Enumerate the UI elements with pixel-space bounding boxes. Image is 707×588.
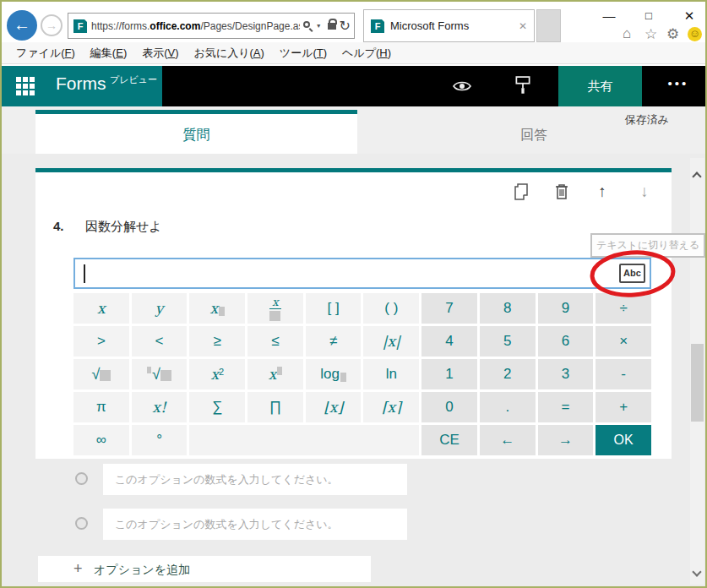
tab-questions-label: 質問	[35, 127, 357, 144]
key-x[interactable]: x	[73, 293, 129, 324]
search-icon[interactable]	[303, 21, 313, 31]
scroll-down-icon[interactable]	[692, 567, 701, 576]
add-option-row[interactable]: + オプションを追加	[38, 556, 371, 582]
key-divide[interactable]: ÷	[596, 293, 651, 324]
copy-question-icon[interactable]	[512, 182, 530, 201]
menu-bar: ファイル(F)編集(E)表示(V)お気に入り(A)ツール(T)ヘルプ(H)	[2, 42, 705, 64]
key-parentheses[interactable]: ( )	[363, 293, 419, 324]
radio-option-1[interactable]	[75, 472, 88, 485]
key-floor[interactable]: ⌊x⌋	[306, 392, 362, 422]
waffle-app-launcher-icon[interactable]	[16, 77, 35, 95]
tab-close-icon[interactable]: ✕	[519, 20, 527, 32]
equation-input-option-2[interactable]: このオプションの数式を入力してください。	[103, 509, 407, 540]
theme-paint-icon[interactable]	[515, 76, 530, 96]
key-not-equal[interactable]: ≠	[306, 326, 362, 357]
key-greater-than[interactable]: >	[73, 326, 129, 357]
key-fraction[interactable]: x	[247, 293, 303, 324]
refresh-icon[interactable]: ↻	[340, 18, 351, 34]
menu-item[interactable]: 編集(E)	[83, 46, 134, 61]
key-subscript[interactable]: x	[189, 293, 245, 324]
placeholder-box	[269, 311, 280, 321]
key-decimal-point[interactable]: .	[480, 392, 536, 422]
key-2[interactable]: 2	[480, 359, 536, 389]
key-equals[interactable]: =	[538, 392, 594, 422]
placeholder-box	[277, 367, 282, 375]
key-9[interactable]: 9	[538, 293, 594, 324]
key-1[interactable]: 1	[421, 359, 477, 389]
equation-input-option-1[interactable]: このオプションの数式を入力してください。	[103, 464, 407, 495]
preview-eye-icon[interactable]	[452, 78, 472, 95]
new-tab-button[interactable]	[536, 9, 561, 42]
key-sum[interactable]: ∑	[189, 392, 245, 422]
tab-responses[interactable]: 回答	[441, 127, 627, 144]
key-clear-entry[interactable]: CE	[421, 425, 477, 455]
key-4[interactable]: 4	[421, 326, 477, 357]
tab-questions[interactable]: 質問	[35, 110, 357, 154]
radio-option-2[interactable]	[75, 517, 88, 530]
key-multiply[interactable]: ×	[596, 326, 651, 357]
menu-item[interactable]: お気に入り(A)	[187, 46, 272, 61]
key-greater-equal[interactable]: ≥	[189, 326, 245, 357]
question-number: 4.	[53, 219, 64, 233]
key-3[interactable]: 3	[538, 359, 594, 389]
key-factorial[interactable]: x!	[132, 392, 188, 422]
add-option-label: オプションを追加	[94, 563, 190, 578]
key-y[interactable]: y	[132, 293, 188, 324]
home-icon[interactable]: ⌂	[623, 25, 631, 42]
address-bar[interactable]: F https://forms.office.com/Pages/DesignP…	[68, 13, 355, 39]
key-x-squared[interactable]: x2	[189, 359, 245, 389]
abc-switch-button[interactable]: Abc	[619, 264, 645, 283]
gear-settings-icon[interactable]: ⚙	[666, 25, 679, 43]
key-infinity[interactable]: ∞	[73, 425, 129, 455]
more-options-button[interactable]: •••	[656, 66, 700, 106]
move-up-icon[interactable]: ↑	[593, 182, 612, 201]
key-less-than[interactable]: <	[132, 326, 188, 357]
key-8[interactable]: 8	[480, 293, 536, 324]
key-5[interactable]: 5	[480, 326, 536, 357]
key-square-brackets[interactable]: [ ]	[306, 293, 362, 324]
key-degree[interactable]: °	[132, 425, 188, 455]
key-spacer	[189, 425, 419, 455]
key-0[interactable]: 0	[421, 392, 477, 422]
close-button[interactable]: ✕	[677, 5, 702, 27]
key-log[interactable]: log	[306, 359, 362, 389]
move-down-icon[interactable]: ↓	[635, 182, 654, 201]
back-button[interactable]: ←	[7, 10, 37, 41]
menu-item[interactable]: ツール(T)	[272, 46, 334, 61]
menu-item[interactable]: ファイル(F)	[8, 46, 83, 61]
key-cursor-right[interactable]: →	[538, 425, 594, 455]
key-cursor-left[interactable]: ←	[480, 425, 536, 455]
key-plus[interactable]: +	[596, 392, 651, 422]
address-dropdown-icon[interactable]: ▼	[316, 23, 322, 29]
key-product[interactable]: ∏	[247, 392, 303, 422]
key-nth-root[interactable]: √	[132, 359, 188, 389]
scrollbar-thumb[interactable]	[691, 344, 704, 422]
key-absolute-value[interactable]: |x|	[363, 326, 419, 357]
scroll-up-icon[interactable]	[692, 172, 701, 181]
equation-input[interactable]: Abc	[73, 258, 651, 289]
key-minus[interactable]: -	[596, 359, 651, 389]
text-cursor	[84, 264, 85, 283]
key-6[interactable]: 6	[538, 326, 594, 357]
scrollbar[interactable]	[690, 158, 704, 585]
key-ceiling[interactable]: ⌈x⌉	[363, 392, 419, 422]
key-sqrt[interactable]: √	[73, 359, 129, 389]
key-ok[interactable]: OK	[596, 425, 651, 455]
back-arrow-icon: ←	[14, 15, 30, 34]
delete-question-icon[interactable]	[552, 182, 571, 201]
menu-item[interactable]: ヘルプ(H)	[334, 46, 399, 61]
forward-button[interactable]: →	[41, 14, 63, 36]
maximize-button[interactable]: □	[636, 5, 661, 27]
question-title[interactable]: 因数分解せよ	[85, 219, 162, 235]
star-favorites-icon[interactable]: ☆	[644, 25, 657, 43]
menu-item[interactable]: 表示(V)	[134, 46, 186, 61]
smiley-feedback-icon[interactable]: ☺	[688, 27, 702, 41]
minimize-button[interactable]: —	[596, 5, 622, 27]
browser-tab-microsoft-forms[interactable]: F Microsoft Forms ✕	[363, 9, 535, 42]
share-button[interactable]: 共有	[558, 66, 642, 106]
key-ln[interactable]: ln	[363, 359, 419, 389]
key-less-equal[interactable]: ≤	[247, 326, 303, 357]
key-7[interactable]: 7	[421, 293, 477, 324]
key-pi[interactable]: π	[73, 392, 129, 422]
key-x-power[interactable]: x	[247, 359, 303, 389]
